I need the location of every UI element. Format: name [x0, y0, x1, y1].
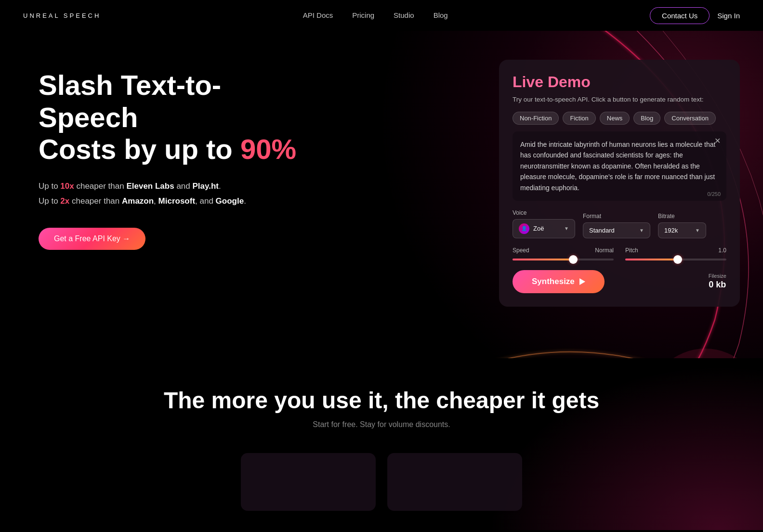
format-label: Format	[583, 213, 650, 220]
nav-studio[interactable]: Studio	[394, 11, 414, 19]
voice-label: Voice	[513, 209, 575, 216]
pricing-card-1	[241, 453, 376, 511]
sign-in-button[interactable]: Sign In	[717, 12, 740, 20]
hero-right: Live Demo Try our text-to-speech API. Cl…	[499, 60, 740, 307]
hero-section: Slash Text-to-Speech Costs by up to 90% …	[0, 31, 763, 358]
chevron-down-icon: ▼	[564, 226, 569, 231]
contact-us-button[interactable]: Contact Us	[650, 7, 710, 24]
get-api-key-button[interactable]: Get a Free API Key →	[39, 228, 145, 250]
bitrate-value: 192k	[664, 227, 678, 234]
controls-row: Voice 👤 Zoë ▼ Format Standard ▼ Bitrate	[513, 209, 726, 238]
tab-conversation[interactable]: Conversation	[664, 112, 716, 125]
nav-pricing[interactable]: Pricing	[352, 11, 374, 19]
format-control: Format Standard ▼	[583, 213, 650, 238]
pricing-card-2	[387, 453, 522, 511]
speed-slider-track[interactable]	[513, 259, 614, 260]
bottom-subheadline: Start for free. Stay for volume discount…	[23, 420, 740, 429]
logo: UNREAL SPEECH	[23, 12, 101, 19]
bitrate-select[interactable]: 192k ▼	[658, 222, 706, 238]
format-chevron-icon: ▼	[639, 228, 644, 233]
demo-textarea[interactable]: Amid the intricate labyrinth of human ne…	[513, 131, 726, 201]
filesize-label: Filesize	[709, 273, 726, 279]
tab-blog[interactable]: Blog	[633, 112, 660, 125]
voice-avatar: 👤	[519, 223, 529, 234]
format-select[interactable]: Standard ▼	[583, 222, 650, 238]
svg-point-0	[647, 349, 763, 358]
tab-non-fiction[interactable]: Non-Fiction	[513, 112, 559, 125]
speed-slider-group: Speed Normal	[513, 247, 614, 260]
bitrate-control: Bitrate 192k ▼	[658, 213, 706, 238]
demo-subtitle: Try our text-to-speech API. Click a butt…	[513, 96, 726, 103]
close-icon[interactable]: ✕	[714, 136, 721, 145]
hero-title: Slash Text-to-Speech Costs by up to 90%	[39, 69, 308, 166]
pitch-value: 1.0	[718, 247, 726, 254]
tab-news[interactable]: News	[600, 112, 630, 125]
demo-text-content: Amid the intricate labyrinth of human ne…	[520, 139, 719, 193]
filesize-value: 0 kb	[709, 280, 726, 290]
hero-subtitle: Up to 10x cheaper than Eleven Labs and P…	[39, 179, 499, 208]
nav-actions: Contact Us Sign In	[650, 7, 740, 24]
pitch-slider-track[interactable]	[625, 259, 726, 260]
demo-bottom: Synthesize Filesize 0 kb	[513, 270, 726, 293]
nav-blog[interactable]: Blog	[434, 11, 448, 19]
voice-name: Zoë	[533, 225, 544, 232]
hero-left: Slash Text-to-Speech Costs by up to 90% …	[39, 60, 499, 250]
speed-slider-thumb[interactable]	[569, 255, 578, 264]
voice-select[interactable]: 👤 Zoë ▼	[513, 219, 575, 238]
pitch-slider-fill	[625, 259, 678, 260]
filesize-box: Filesize 0 kb	[709, 273, 726, 290]
speed-slider-fill	[513, 259, 573, 260]
synthesize-button[interactable]: Synthesize	[513, 270, 605, 293]
speed-mid-label: Normal	[595, 247, 614, 254]
pitch-slider-thumb[interactable]	[673, 255, 682, 264]
pitch-label: Pitch	[625, 247, 638, 254]
pricing-cards	[23, 453, 740, 511]
demo-title: Live Demo	[513, 73, 726, 91]
nav-links: API Docs Pricing Studio Blog	[303, 11, 448, 20]
demo-tabs: Non-Fiction Fiction News Blog Conversati…	[513, 112, 726, 125]
cheaper-10x: 10x	[60, 182, 74, 191]
navbar: UNREAL SPEECH API Docs Pricing Studio Bl…	[0, 0, 763, 31]
synthesize-label: Synthesize	[532, 277, 575, 286]
bottom-headline: The more you use it, the cheaper it gets	[23, 387, 740, 414]
voice-control: Voice 👤 Zoë ▼	[513, 209, 575, 238]
nav-api-docs[interactable]: API Docs	[303, 11, 333, 19]
char-count: 0/250	[707, 191, 721, 197]
cheaper-2x: 2x	[60, 196, 69, 206]
sliders-row: Speed Normal Pitch 1.0	[513, 247, 726, 260]
play-icon	[579, 278, 585, 285]
bitrate-chevron-icon: ▼	[695, 228, 700, 233]
pitch-slider-group: Pitch 1.0	[625, 247, 726, 260]
bitrate-label: Bitrate	[658, 213, 706, 220]
format-value: Standard	[589, 227, 615, 234]
bottom-section: The more you use it, the cheaper it gets…	[0, 358, 763, 530]
speed-label: Speed	[513, 247, 529, 254]
demo-card: Live Demo Try our text-to-speech API. Cl…	[499, 60, 740, 307]
tab-fiction[interactable]: Fiction	[563, 112, 595, 125]
